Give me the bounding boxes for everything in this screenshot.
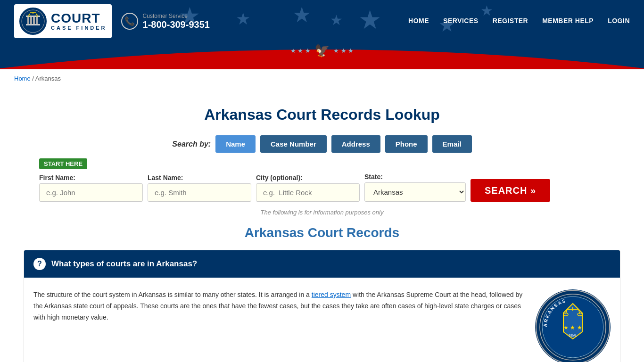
city-label: City (optional): <box>256 174 360 181</box>
nav-home[interactable]: HOME <box>408 17 429 25</box>
info-note: The following is for information purpose… <box>24 209 620 216</box>
page-title: Arkansas Court Records Lookup <box>24 106 620 123</box>
nav-member-help[interactable]: MEMBER HELP <box>542 17 594 25</box>
arkansas-seal: ARKANSAS ★ ★ ★ SEAL <box>535 289 611 362</box>
accordion-body: The structure of the court system in Ark… <box>24 278 620 362</box>
city-group: City (optional): <box>256 174 360 202</box>
logo-court-label: COURT <box>51 12 107 25</box>
nav-services[interactable]: SERVICES <box>443 17 479 25</box>
search-by-label: Search by: <box>172 140 211 148</box>
eagle-banner: ★ ★ ★ 🦅 ★ ★ ★ <box>0 42 644 68</box>
svg-rect-3 <box>30 16 32 24</box>
accordion-header[interactable]: ? What types of courts are in Arkansas? <box>24 250 620 278</box>
site-header: ★ ★ ★ ★ ★ ★ ★ <box>0 0 644 42</box>
search-button[interactable]: SEARCH » <box>471 179 550 202</box>
accordion: ? What types of courts are in Arkansas? … <box>24 250 620 362</box>
breadcrumb-current: Arkansas <box>35 75 61 82</box>
svg-text:★ ★ ★: ★ ★ ★ <box>563 324 582 331</box>
svg-rect-4 <box>33 16 35 24</box>
tab-case-number[interactable]: Case Number <box>260 135 327 153</box>
nav-login[interactable]: LOGIN <box>608 17 630 25</box>
header-left: COURT CASE FINDER 📞 Customer Service 1-8… <box>14 4 210 38</box>
accordion-title: What types of courts are in Arkansas? <box>51 259 197 269</box>
cs-label: Customer Service <box>143 13 210 19</box>
state-label: State: <box>364 173 466 181</box>
state-select[interactable]: AlabamaAlaskaArizonaArkansasCaliforniaCo… <box>364 182 466 202</box>
search-by-row: Search by: Name Case Number Address Phon… <box>24 135 620 153</box>
cs-phone: 1-800-309-9351 <box>143 19 210 30</box>
main-nav: HOME SERVICES REGISTER MEMBER HELP LOGIN <box>408 17 630 25</box>
phone-icon: 📞 <box>121 13 138 30</box>
state-group: State: AlabamaAlaskaArizonaArkansasCalif… <box>364 173 466 202</box>
customer-service: 📞 Customer Service 1-800-309-9351 <box>121 13 210 30</box>
accordion-icon: ? <box>33 258 46 270</box>
first-name-label: First Name: <box>39 174 143 181</box>
first-name-group: First Name: <box>39 174 143 202</box>
svg-text:SEAL: SEAL <box>569 334 577 337</box>
start-here-badge: START HERE <box>39 158 87 169</box>
logo-text: COURT CASE FINDER <box>51 12 107 31</box>
logo-case-finder-label: CASE FINDER <box>51 25 107 31</box>
breadcrumb-home[interactable]: Home <box>14 75 31 82</box>
svg-rect-2 <box>27 16 29 24</box>
last-name-input[interactable] <box>148 183 251 202</box>
city-input[interactable] <box>256 183 360 202</box>
svg-rect-6 <box>26 16 40 17</box>
stars-right: ★ ★ ★ <box>333 47 354 54</box>
logo-box[interactable]: COURT CASE FINDER <box>14 4 112 38</box>
stars-left: ★ ★ ★ <box>290 47 311 54</box>
svg-rect-5 <box>36 16 38 24</box>
nav-register[interactable]: REGISTER <box>493 17 528 25</box>
tab-name[interactable]: Name <box>215 135 256 153</box>
tiered-system-link[interactable]: tiered system <box>312 291 351 298</box>
search-form: First Name: Last Name: City (optional): … <box>39 173 605 202</box>
tab-phone[interactable]: Phone <box>385 135 428 153</box>
eagle-center: ★ ★ ★ 🦅 ★ ★ ★ <box>290 43 354 58</box>
tab-email[interactable]: Email <box>432 135 472 153</box>
logo-seal-icon <box>19 7 47 35</box>
last-name-group: Last Name: <box>148 174 251 202</box>
accordion-text: The structure of the court system in Ark… <box>33 289 526 323</box>
section-title: Arkansas Court Records <box>24 225 620 240</box>
seal-svg: ARKANSAS ★ ★ ★ SEAL <box>535 289 611 362</box>
cs-text: Customer Service 1-800-309-9351 <box>143 13 210 30</box>
breadcrumb: Home / Arkansas <box>0 70 644 87</box>
first-name-input[interactable] <box>39 183 143 202</box>
tab-address[interactable]: Address <box>331 135 380 153</box>
eagle-icon: 🦅 <box>314 43 330 58</box>
main-content: Arkansas Court Records Lookup Search by:… <box>0 87 644 362</box>
last-name-label: Last Name: <box>148 174 251 181</box>
svg-rect-7 <box>26 24 40 25</box>
